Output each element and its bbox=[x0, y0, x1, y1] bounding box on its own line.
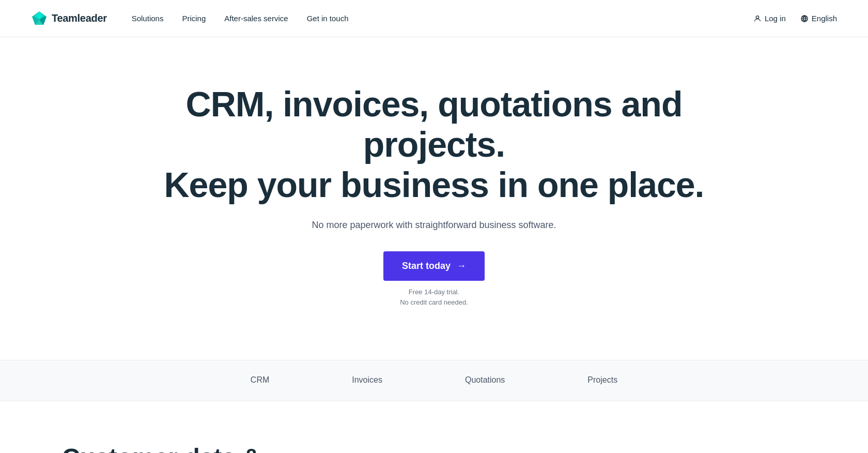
teamleader-logo-icon bbox=[31, 10, 48, 27]
logo-text: Teamleader bbox=[52, 12, 107, 24]
user-icon bbox=[753, 14, 762, 23]
hero-title-line1: CRM, invoices, quotations and projects. bbox=[186, 84, 683, 164]
features-bar: CRM Invoices Quotations Projects bbox=[0, 360, 868, 401]
start-today-label: Start today bbox=[402, 261, 451, 271]
bottom-title-line1: Customer data & communication in bbox=[62, 444, 274, 453]
language-selector[interactable]: English bbox=[800, 14, 837, 23]
navbar-right: Log in English bbox=[753, 14, 837, 23]
nav-item-aftersales[interactable]: After-sales service bbox=[224, 14, 288, 23]
language-label: English bbox=[812, 14, 837, 23]
hero-title-before: Keep your business bbox=[164, 165, 498, 204]
tab-invoices[interactable]: Invoices bbox=[311, 360, 424, 401]
navbar: Teamleader Solutions Pricing After-sales… bbox=[0, 0, 868, 37]
hero-subtitle: No more paperwork with straightforward b… bbox=[312, 220, 556, 231]
bottom-title: Customer data & communication in one pla… bbox=[62, 443, 320, 453]
login-link[interactable]: Log in bbox=[753, 14, 786, 23]
trial-line1: Free 14-day trial. bbox=[409, 288, 459, 296]
nav-link-getintouch[interactable]: Get in touch bbox=[307, 14, 349, 23]
trial-text: Free 14-day trial. No credit card needed… bbox=[400, 287, 468, 309]
tab-quotations[interactable]: Quotations bbox=[424, 360, 546, 401]
start-today-button[interactable]: Start today → bbox=[383, 251, 485, 281]
hero-title-highlight: in one place bbox=[498, 164, 695, 205]
tab-crm[interactable]: CRM bbox=[209, 360, 311, 401]
nav-link-pricing[interactable]: Pricing bbox=[182, 14, 206, 23]
nav-link-solutions[interactable]: Solutions bbox=[132, 14, 164, 23]
arrow-icon: → bbox=[457, 261, 466, 271]
nav-links: Solutions Pricing After-sales service Ge… bbox=[132, 14, 349, 23]
nav-link-aftersales[interactable]: After-sales service bbox=[224, 14, 288, 23]
hero-title-line2: Keep your business in one place. bbox=[164, 165, 704, 204]
bottom-section: Customer data & communication in one pla… bbox=[0, 401, 868, 453]
svg-point-4 bbox=[756, 16, 758, 18]
nav-item-solutions[interactable]: Solutions bbox=[132, 14, 164, 23]
login-label: Log in bbox=[765, 14, 786, 23]
hero-cta: Start today → Free 14-day trial. No cred… bbox=[383, 251, 485, 309]
nav-item-getintouch[interactable]: Get in touch bbox=[307, 14, 349, 23]
nav-item-pricing[interactable]: Pricing bbox=[182, 14, 206, 23]
logo[interactable]: Teamleader bbox=[31, 10, 107, 27]
hero-title-after: . bbox=[695, 165, 704, 204]
trial-line2: No credit card needed. bbox=[400, 298, 468, 306]
hero-title: CRM, invoices, quotations and projects. … bbox=[150, 84, 718, 205]
tab-projects[interactable]: Projects bbox=[546, 360, 659, 401]
globe-icon bbox=[800, 14, 809, 23]
navbar-left: Teamleader Solutions Pricing After-sales… bbox=[31, 10, 349, 27]
hero-section: CRM, invoices, quotations and projects. … bbox=[0, 37, 868, 360]
